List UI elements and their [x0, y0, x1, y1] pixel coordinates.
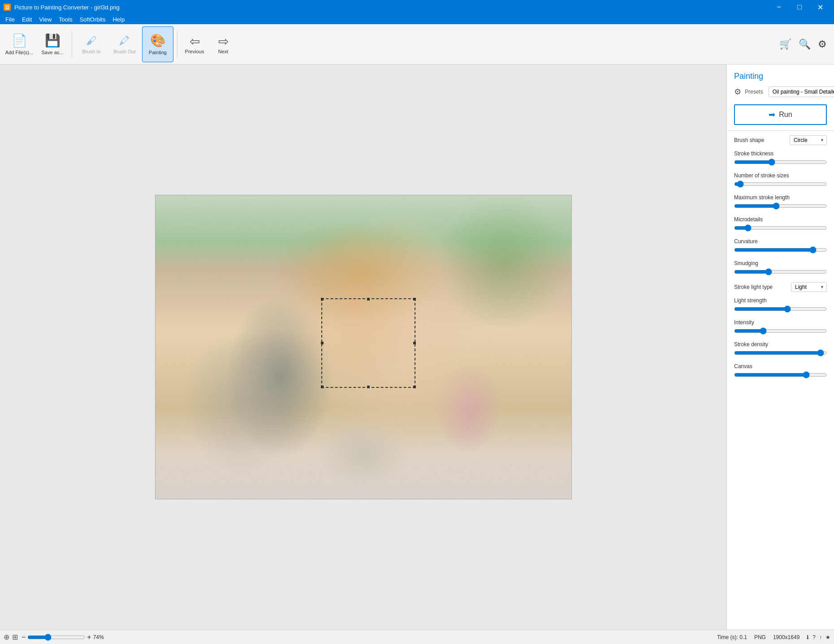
bg-greenery — [437, 195, 571, 330]
stroke-light-type-label: Stroke light type — [734, 284, 773, 290]
toolbar-nav: ⇦ Previous ⇨ Next — [181, 32, 237, 56]
divider-1 — [727, 130, 834, 131]
curvature-label: Curvature — [734, 238, 758, 245]
canvas-area[interactable] — [0, 64, 726, 630]
previous-arrow-icon: ⇦ — [190, 34, 200, 49]
presets-label: Presets — [745, 89, 763, 95]
status-icons: ⊕ ⊞ — [4, 633, 18, 641]
toolbar-separator-2 — [177, 31, 177, 58]
painting-button[interactable]: 🎨 Painting — [142, 26, 173, 62]
hair-area — [277, 222, 447, 321]
brush-shape-control: Circle Square Diamond — [790, 135, 827, 145]
stroke-thickness-row: Stroke thickness — [727, 148, 834, 170]
stroke-thickness-slider[interactable] — [734, 159, 827, 166]
star-icon[interactable]: ★ — [825, 634, 830, 640]
microdetails-slider[interactable] — [734, 224, 827, 232]
canvas-row: Canvas — [727, 361, 834, 382]
smudging-row: Smudging — [727, 258, 834, 279]
toolbar: 📄 Add File(s)... 💾 Save as... 🖌 Brush In… — [0, 24, 834, 64]
preset-dropdown-wrapper: Oil painting - Small Details — [769, 86, 834, 97]
menu-tools[interactable]: Tools — [55, 15, 76, 24]
intensity-row: Intensity — [727, 317, 834, 339]
preset-select[interactable]: Oil painting - Small Details — [769, 86, 834, 97]
next-label: Next — [218, 49, 229, 54]
menu-bar: File Edit View Tools SoftOrbits Help — [0, 14, 834, 24]
max-stroke-length-slider[interactable] — [734, 202, 827, 210]
zoom-actual-icon[interactable]: ⊞ — [12, 633, 18, 641]
num-stroke-sizes-row: Number of stroke sizes — [727, 170, 834, 192]
settings-icon[interactable]: ⚙ — [818, 39, 827, 50]
status-bar: ⊕ ⊞ − + 74% Time (s): 0.1 PNG 1900x1649 … — [0, 630, 834, 644]
brush-in-button[interactable]: 🖌 Brush In — [76, 26, 107, 62]
stroke-light-type-select[interactable]: Light Dark None — [791, 282, 827, 292]
zoom-out-button[interactable]: − — [22, 633, 26, 641]
next-arrow-icon: ⇨ — [218, 34, 229, 49]
share-icon[interactable]: ↑ — [819, 634, 822, 640]
brush-shape-select[interactable]: Circle Square Diamond — [790, 135, 827, 145]
panel-title: Painting — [727, 64, 834, 85]
title-bar: 🖼 Picture to Painting Converter - girl3d… — [0, 0, 834, 14]
save-as-icon: 💾 — [45, 33, 60, 48]
brush-in-label: Brush In — [82, 49, 101, 54]
run-button[interactable]: ➡ Run — [734, 104, 827, 125]
stroke-light-type-control: Light Dark None — [791, 282, 827, 292]
light-strength-row: Light strength — [727, 295, 834, 317]
intensity-slider[interactable] — [734, 327, 827, 335]
time-label: Time (s): 0.1 — [717, 634, 747, 640]
right-panel: Painting ⚙ Presets Oil painting - Small … — [726, 64, 834, 630]
num-stroke-sizes-slider[interactable] — [734, 180, 827, 188]
menu-edit[interactable]: Edit — [18, 15, 35, 24]
smudging-slider[interactable] — [734, 268, 827, 275]
format-label: PNG — [754, 634, 766, 640]
zoom-control: − + 74% — [22, 633, 109, 641]
menu-softorbits[interactable]: SoftOrbits — [76, 15, 109, 24]
painting-icon: 🎨 — [150, 33, 166, 48]
previous-label: Previous — [185, 49, 204, 54]
stroke-light-type-row: Stroke light type Light Dark None — [727, 279, 834, 295]
info-icon[interactable]: ℹ — [807, 634, 809, 640]
help-icon[interactable]: ? — [812, 634, 816, 640]
minimize-button[interactable]: − — [769, 0, 789, 14]
canvas-label: Canvas — [734, 363, 752, 369]
close-button[interactable]: ✕ — [810, 0, 830, 14]
next-button[interactable]: ⇨ Next — [210, 32, 237, 56]
menu-file[interactable]: File — [2, 15, 18, 24]
menu-help[interactable]: Help — [109, 15, 128, 24]
run-arrow-icon: ➡ — [769, 110, 775, 120]
app-icon: 🖼 — [4, 4, 11, 11]
brush-out-button[interactable]: 🖍 Brush Out — [109, 26, 140, 62]
microdetails-label: Microdetails — [734, 216, 763, 223]
light-strength-label: Light strength — [734, 297, 767, 304]
dimensions-label: 1900x1649 — [773, 634, 799, 640]
curvature-slider[interactable] — [734, 246, 827, 253]
max-stroke-length-row: Maximum stroke length — [727, 192, 834, 214]
add-files-button[interactable]: 📄 Add File(s)... — [4, 26, 35, 62]
canvas-image[interactable] — [155, 195, 572, 499]
light-strength-slider[interactable] — [734, 305, 827, 313]
stroke-density-label: Stroke density — [734, 341, 768, 348]
canvas-slider[interactable] — [734, 371, 827, 378]
zoom-in-button[interactable]: + — [87, 633, 91, 641]
canvas-wrapper — [155, 195, 572, 499]
maximize-button[interactable]: □ — [789, 0, 810, 14]
stroke-density-slider[interactable] — [734, 349, 827, 356]
microdetails-row: Microdetails — [727, 214, 834, 236]
main-content: Painting ⚙ Presets Oil painting - Small … — [0, 64, 834, 630]
num-stroke-sizes-label: Number of stroke sizes — [734, 172, 789, 179]
window-title: Picture to Painting Converter - girl3d.p… — [14, 4, 120, 11]
search-icon[interactable]: 🔍 — [799, 39, 811, 50]
presets-row: ⚙ Presets Oil painting - Small Details — [727, 85, 834, 101]
brush-shape-row: Brush shape Circle Square Diamond — [727, 133, 834, 148]
save-as-button[interactable]: 💾 Save as... — [37, 26, 68, 62]
menu-view[interactable]: View — [35, 15, 55, 24]
smudging-label: Smudging — [734, 260, 758, 266]
painting-label: Painting — [149, 50, 167, 55]
zoom-fit-icon[interactable]: ⊕ — [4, 633, 9, 641]
previous-button[interactable]: ⇦ Previous — [181, 32, 208, 56]
zoom-slider[interactable] — [27, 634, 85, 641]
stroke-density-row: Stroke density — [727, 339, 834, 361]
save-as-label: Save as... — [42, 50, 64, 55]
add-files-label: Add File(s)... — [5, 50, 33, 55]
cart-icon[interactable]: 🛒 — [779, 39, 791, 50]
toolbar-separator-1 — [72, 31, 72, 58]
